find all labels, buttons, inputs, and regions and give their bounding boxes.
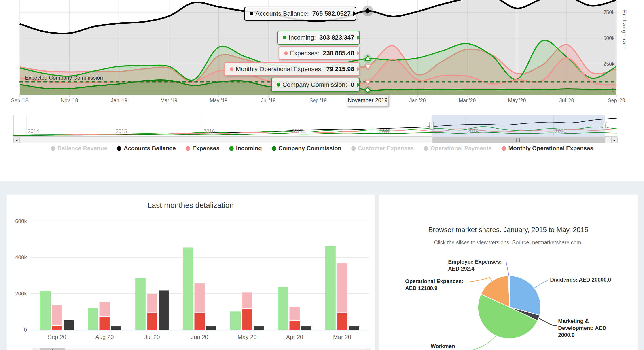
tooltip-series-dot xyxy=(276,83,280,86)
legend-item-expenses[interactable]: Expenses xyxy=(186,145,219,152)
bar-expenses-lower xyxy=(100,317,110,330)
bar-balance xyxy=(158,290,169,330)
tooltip-series-dot xyxy=(250,12,253,16)
stock-legend: Ballance RevenueAccounts BallanceExpense… xyxy=(0,145,644,152)
x-axis-label: Sep '20 xyxy=(608,98,625,104)
legend-item-label: Monthly Operational Expenses xyxy=(508,145,593,152)
navigator-year-label: 2017 xyxy=(291,128,303,134)
pie-label-line: Employee Expenses: xyxy=(448,258,502,265)
bar-scrollbar-thumb[interactable]: ||| xyxy=(40,348,65,350)
tooltip-incoming: Incoming:303 823.347 xyxy=(277,31,360,44)
bar-balance xyxy=(301,326,312,330)
stock-chart-panel: Sep '18Nov '18Jan '19Mar '19May '19Jul '… xyxy=(0,0,644,181)
pie-label-line: Marketing & xyxy=(558,318,606,324)
x-axis-label: Jan '20 xyxy=(409,98,426,104)
navigator-year-label: 2014 xyxy=(28,128,39,134)
navigator-year-label: 2019 xyxy=(467,128,478,134)
tooltip-series-value: 0 xyxy=(350,81,354,88)
tooltip-company-commission: Company Commission:0 xyxy=(271,78,360,92)
navigator-selected-range[interactable] xyxy=(432,115,605,136)
bar-y-axis-label: 600k xyxy=(9,218,27,224)
tooltip-accounts-ballance: Accounts Ballance:765 582.0527 xyxy=(244,7,356,20)
tooltip-series-name: Incoming: xyxy=(289,34,316,41)
bar-balance xyxy=(206,326,216,330)
bar-y-axis-label: 0 xyxy=(9,327,27,333)
legend-item-incoming[interactable]: Incoming xyxy=(229,145,262,152)
bar-expenses-upper xyxy=(194,283,205,313)
tooltip-series-value: 303 823.347 xyxy=(319,34,354,41)
y-axis-label: 0 xyxy=(594,87,614,93)
x-axis-label: Jan '19 xyxy=(111,98,127,104)
scrollbar-right-arrow-icon[interactable]: ▸ xyxy=(611,137,618,143)
x-axis-label: May '19 xyxy=(210,98,228,104)
bar-scrollbar-right-arrow-icon[interactable]: ▸ xyxy=(365,348,371,350)
tooltip-series-value: 765 582.0527 xyxy=(312,10,350,17)
tooltip-series-dot xyxy=(283,36,286,39)
pie-label-line: Dividends: AED 20000.0 xyxy=(550,276,611,283)
y-axis-label: 500k xyxy=(594,35,614,41)
tooltip-monthly-operational-expenses: Monthly Operational Expenses:79 215.98 xyxy=(224,62,360,76)
bar-chart-panel: Last monthes detalization 600k400k200k0S… xyxy=(7,194,374,350)
bar-balance xyxy=(348,326,359,330)
bar-balance xyxy=(111,326,122,330)
legend-item-company-commission[interactable]: Company Commission xyxy=(272,145,342,152)
bar-balance xyxy=(254,326,264,330)
legend-item-ballance-revenue[interactable]: Ballance Revenue xyxy=(51,145,107,152)
bar-incoming xyxy=(230,311,240,330)
bar-x-axis-label: Apr 20 xyxy=(286,334,303,340)
bar-incoming xyxy=(183,247,193,330)
tooltip-series-dot xyxy=(284,52,288,55)
legend-item-label: Operational Payments xyxy=(430,145,492,152)
bar-expenses-upper xyxy=(52,306,62,326)
legend-dot-icon xyxy=(502,146,506,151)
dashboard-page: Sep '18Nov '18Jan '19Mar '19May '19Jul '… xyxy=(0,0,644,350)
legend-item-label: Accounts Ballance xyxy=(124,145,176,152)
navigator[interactable] xyxy=(14,115,617,136)
pie-label-workmen: Workmen xyxy=(431,342,455,350)
bar-scrollbar-left-arrow-icon[interactable]: ◂ xyxy=(33,348,39,350)
tooltip-series-name: Accounts Ballance: xyxy=(256,10,309,17)
legend-dot-icon xyxy=(229,146,234,151)
legend-item-label: Ballance Revenue xyxy=(58,145,107,152)
bar-expenses-lower xyxy=(52,326,62,330)
bar-chart xyxy=(7,194,374,350)
legend-item-monthly-operational-expenses[interactable]: Monthly Operational Expenses xyxy=(502,145,593,152)
bar-expenses-lower xyxy=(337,313,347,330)
navigator-handle-right[interactable] xyxy=(603,122,607,130)
bar-expenses-lower xyxy=(147,313,157,330)
legend-dot-icon xyxy=(424,146,428,151)
bar-incoming xyxy=(278,287,288,330)
x-axis-label: May '20 xyxy=(508,98,526,104)
tooltip-series-name: Expenses: xyxy=(290,50,319,57)
bar-x-axis-label: Aug 20 xyxy=(95,334,114,340)
bar-incoming xyxy=(325,246,336,330)
tooltip-series-name: Monthly Operational Expenses: xyxy=(236,66,323,73)
bar-expenses-lower xyxy=(290,321,300,330)
scrollbar-left-arrow-icon[interactable]: ◂ xyxy=(14,137,20,143)
scrollbar-thumb[interactable]: ||| xyxy=(432,137,605,143)
y-axis-title: Exchange rate xyxy=(621,10,628,50)
tooltip-series-name: Company Commission: xyxy=(282,81,347,88)
bar-scrollbar-track[interactable] xyxy=(33,348,371,350)
legend-item-label: Incoming xyxy=(236,145,262,152)
bar-expenses-upper xyxy=(290,307,300,320)
legend-item-label: Customer Expenses xyxy=(358,145,414,152)
legend-item-label: Expenses xyxy=(192,145,219,152)
bar-expenses-upper xyxy=(337,264,347,313)
bar-y-axis-label: 200k xyxy=(9,290,27,297)
y-axis-label: 750k xyxy=(594,10,614,16)
legend-item-accounts-ballance[interactable]: Accounts Ballance xyxy=(117,145,176,152)
navigator-year-label: 2016 xyxy=(204,128,215,134)
legend-item-label: Company Commission xyxy=(278,145,342,152)
bar-x-axis-label: May 20 xyxy=(238,334,256,340)
pie-chart-panel: Browser market shares. January, 2015 to … xyxy=(378,194,638,350)
tooltip-series-value: 230 885.48 xyxy=(323,50,354,57)
navigator-handle-left[interactable] xyxy=(430,122,434,130)
bar-series xyxy=(40,246,359,330)
legend-dot-icon xyxy=(272,146,276,151)
legend-item-operational-payments[interactable]: Operational Payments xyxy=(424,145,492,152)
pie-label-operational-expences: Operational Expences:AED 12180.9 xyxy=(405,278,463,292)
pie-label-dividends: Dividends: AED 20000.0 xyxy=(550,276,611,283)
pie-label-line: 2000.0 xyxy=(558,332,606,338)
legend-item-customer-expenses[interactable]: Customer Expenses xyxy=(351,145,414,152)
